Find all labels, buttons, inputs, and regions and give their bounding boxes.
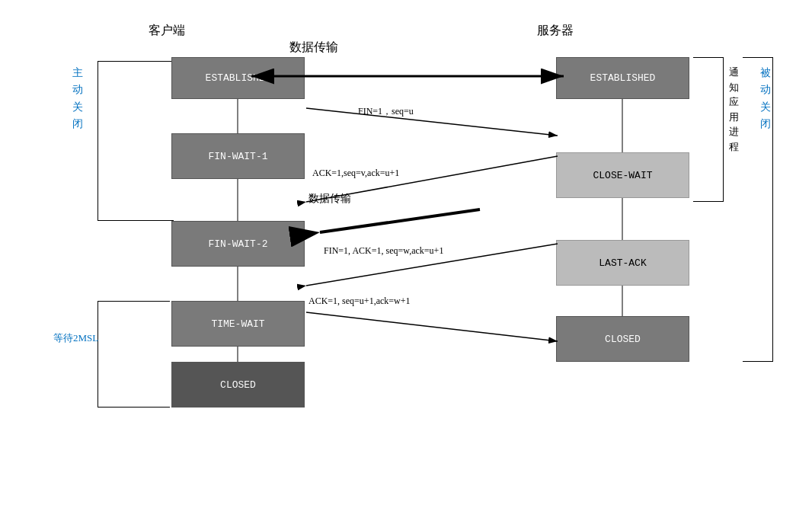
fin2-label: FIN=1, ACK=1, seq=w,ack=u+1 (324, 245, 443, 257)
client-header: 客户端 (149, 23, 185, 39)
client-timewait-box: TIME-WAIT (171, 301, 305, 347)
data-transfer-mid-label: 数据传输 (308, 192, 351, 206)
svg-line-9 (306, 312, 558, 341)
client-finwait2-box: FIN-WAIT-2 (171, 221, 305, 267)
server-lastack-box: LAST-ACK (556, 240, 689, 286)
ack2-label: ACK=1, seq=u+1,ack=w+1 (308, 296, 411, 307)
client-closed-box: CLOSED (171, 362, 305, 408)
ack1-label: ACK=1,seq=v,ack=u+1 (312, 168, 399, 179)
wait-2msl-bracket (98, 301, 170, 408)
server-closed-box: CLOSED (556, 316, 689, 362)
data-transfer-top-label: 数据传输 (289, 40, 338, 56)
svg-line-7 (320, 209, 480, 232)
client-established-box: ESTABLISHED (171, 57, 305, 99)
passive-close-label: 被 动 关 闭 (760, 65, 771, 133)
server-established-box: ESTABLISHED (556, 57, 689, 99)
client-finwait1-box: FIN-WAIT-1 (171, 133, 305, 179)
notify-app-bracket (693, 57, 724, 202)
active-close-label: 主 动 关 闭 (72, 65, 83, 133)
server-closewait-box: CLOSE-WAIT (556, 152, 689, 198)
wait-2msl-label: 等待2MSL (53, 331, 98, 345)
fin1-label: FIN=1，seq=u (358, 105, 414, 118)
server-header: 服务器 (537, 23, 574, 39)
svg-line-5 (306, 108, 558, 136)
notify-app-label: 通 知 应 用 进 程 (729, 65, 739, 154)
active-close-bracket (98, 61, 174, 221)
